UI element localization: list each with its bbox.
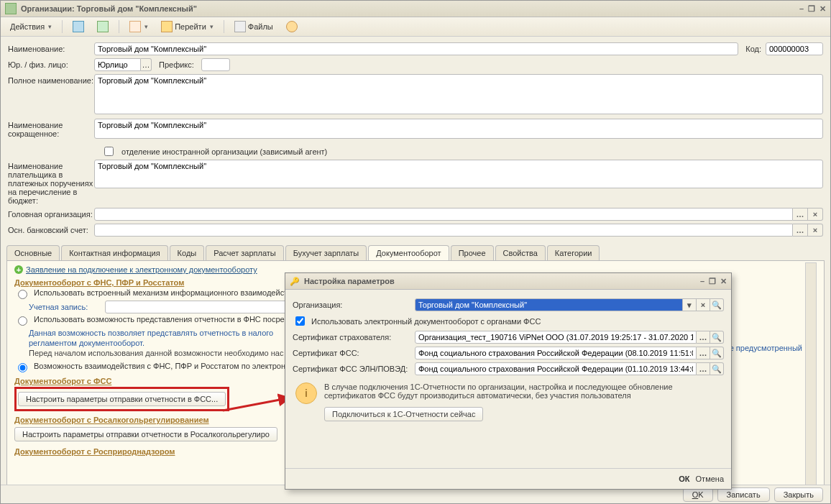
configure-alko-button[interactable]: Настроить параметры отправки отчетности … [14, 427, 277, 441]
info-text: В случае подключения 1С-Отчетности по ор… [324, 382, 721, 400]
close-button[interactable]: ✕ [819, 4, 826, 14]
close-form-button[interactable]: Закрыть [774, 487, 823, 502]
type-label: Юр. / физ. лицо: [8, 58, 94, 69]
type-select-button[interactable]: … [141, 58, 152, 71]
tab-main[interactable]: Основные [6, 245, 60, 260]
ok-button-rest: K [698, 490, 703, 499]
connect-button[interactable]: Подключиться к 1С-Отчетности сейчас [324, 407, 483, 421]
radio-electronic-label: Возможность взаимодействия с ФНС, ПФР и … [34, 362, 290, 370]
head-org-select-button[interactable]: … [793, 208, 808, 221]
dialog-title: Настройка параметров [304, 277, 395, 285]
apply-link[interactable]: Заявление на подключение к электронному … [26, 265, 257, 274]
dialog-titlebar: 🔑 Настройка параметров – ❐ ✕ [285, 273, 731, 290]
dialog-org-input[interactable] [415, 298, 683, 311]
dialog-minimize[interactable]: – [700, 277, 704, 286]
window-title: Организации: Торговый дом "Комплексный" [21, 4, 197, 13]
cert-insurer-label: Сертификат страхователя: [293, 333, 415, 342]
key-icon: 🔑 [290, 277, 300, 286]
help-icon[interactable] [281, 19, 303, 35]
cert-fss-select[interactable]: … [697, 347, 710, 359]
tab-properties[interactable]: Свойства [495, 245, 546, 260]
dialog-org-clear[interactable]: × [697, 298, 710, 311]
payer-input[interactable] [94, 160, 823, 188]
dialog-org-dropdown[interactable]: ▾ [683, 298, 697, 311]
radio-fns-proxy[interactable] [18, 316, 27, 326]
use-edoc-checkbox[interactable] [295, 316, 305, 326]
save-icon[interactable] [68, 19, 89, 35]
cert-insurer-input[interactable] [415, 331, 697, 344]
info-extra-text: не предусмотренный [725, 344, 802, 352]
highlight-box: Настроить параметры отправки отчетности … [14, 387, 229, 411]
doc-icon[interactable]: ▾ [124, 19, 153, 35]
dialog-org-search[interactable]: 🔍 [710, 298, 724, 311]
tab-edoc[interactable]: Документооборот [368, 245, 449, 260]
radio-fns-proxy-label: Использовать возможность представления о… [34, 315, 285, 324]
bank-clear-button[interactable]: × [808, 224, 823, 237]
foreign-branch-checkbox[interactable] [104, 147, 114, 156]
shortname-input[interactable] [94, 119, 823, 139]
payer-label: Наименование плательщика в платежных пор… [8, 160, 94, 205]
toolbar: Действия▾ ▾ Перейти▾ Файлы [1, 17, 830, 37]
cert-fss-input[interactable] [415, 347, 697, 359]
cert-insurer-search[interactable]: 🔍 [710, 331, 724, 344]
dialog-close[interactable]: ✕ [720, 277, 727, 286]
head-org-clear-button[interactable]: × [808, 208, 823, 221]
form-area: Наименование: Код: Юр. / физ. лицо: … Пр… [1, 37, 830, 245]
goto-menu[interactable]: Перейти▾ [156, 19, 219, 35]
code-label: Код: [745, 45, 761, 53]
tab-bar: Основные Контактная информация Коды Расч… [1, 245, 830, 260]
dialog-footer: ОК Отмена [285, 468, 731, 489]
minimize-button[interactable]: – [799, 4, 804, 14]
radio-builtin[interactable] [18, 290, 27, 299]
name-label: Наименование: [8, 42, 94, 53]
type-select[interactable] [94, 58, 141, 71]
svg-line-0 [223, 398, 291, 411]
cert-eln-search[interactable]: 🔍 [710, 362, 724, 375]
cert-fss-search[interactable]: 🔍 [710, 347, 724, 359]
name-input[interactable] [94, 42, 738, 55]
foreign-branch-label: отделение иностранной организации (завис… [121, 147, 327, 156]
main-window: Организации: Торговый дом "Комплексный" … [0, 0, 831, 504]
radio-electronic[interactable] [18, 363, 27, 372]
bank-label: Осн. банковский счет: [8, 224, 94, 234]
dialog-ok-button[interactable]: ОК [679, 475, 689, 483]
tab-other[interactable]: Прочее [451, 245, 494, 260]
dialog-org-label: Организация: [293, 301, 415, 309]
bank-select-button[interactable]: … [793, 224, 808, 237]
bank-input[interactable] [94, 224, 793, 237]
configure-fss-button[interactable]: Настроить параметры отправки отчетности … [18, 392, 226, 406]
dialog-cancel-button[interactable]: Отмена [696, 475, 724, 483]
cert-eln-select[interactable]: … [697, 362, 710, 375]
head-org-input[interactable] [94, 208, 793, 221]
tab-salary[interactable]: Расчет зарплаты [206, 245, 284, 260]
dialog-maximize[interactable]: ❐ [709, 277, 716, 286]
actions-menu[interactable]: Действия▾ [5, 20, 57, 33]
scrollbar[interactable] [805, 262, 817, 491]
tab-codes[interactable]: Коды [170, 245, 205, 260]
cert-eln-input[interactable] [415, 362, 697, 375]
shortname-label: Наименование сокращенное: [8, 119, 94, 138]
maximize-button[interactable]: ❐ [808, 4, 815, 14]
account-label: Учетная запись: [29, 303, 101, 311]
cert-fss-label: Сертификат ФСС: [293, 349, 415, 357]
use-edoc-label: Использовать электронный документооборот… [311, 317, 541, 326]
head-org-label: Головная организация: [8, 208, 94, 219]
app-icon [5, 3, 17, 14]
info-icon: i [295, 382, 317, 404]
fullname-label: Полное наименование: [8, 74, 94, 85]
cert-eln-label: Сертификат ФСС ЭЛН/ПОВЭД: [293, 365, 415, 373]
fullname-input[interactable] [94, 74, 823, 114]
plus-icon: + [14, 265, 23, 274]
code-input[interactable] [766, 42, 823, 55]
prefix-label: Префикс: [159, 60, 194, 69]
tab-categories[interactable]: Категории [547, 245, 600, 260]
refresh-icon[interactable] [92, 19, 114, 35]
tab-contact[interactable]: Контактная информация [61, 245, 167, 260]
prefix-input[interactable] [201, 58, 230, 71]
radio-builtin-label: Использовать встроенный механизм информа… [34, 288, 288, 297]
settings-dialog: 🔑 Настройка параметров – ❐ ✕ Организация… [285, 272, 732, 490]
cert-insurer-select[interactable]: … [697, 331, 710, 344]
files-button[interactable]: Файлы [229, 19, 278, 35]
tab-accounting[interactable]: Бухучет зарплаты [285, 245, 367, 260]
titlebar: Организации: Торговый дом "Комплексный" … [1, 1, 830, 17]
